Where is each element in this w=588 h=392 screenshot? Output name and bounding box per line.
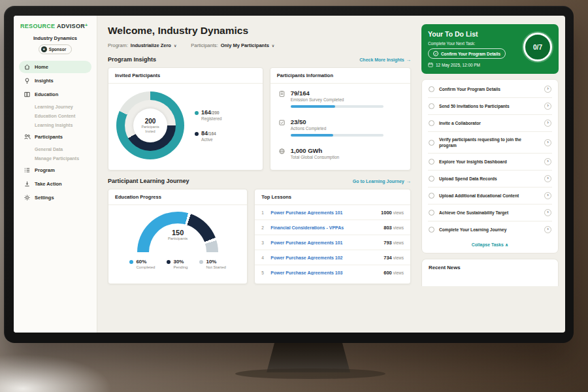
task-row[interactable]: Upload Additional Educational Content — [428, 188, 552, 204]
sidebar-item-take-action[interactable]: Take Action — [19, 178, 91, 190]
legend-label: Active — [195, 137, 221, 142]
list-icon — [24, 167, 31, 174]
sidebar-item-label: Home — [35, 64, 48, 70]
task-label: Upload Spend Data Records — [439, 176, 540, 182]
task-checkbox[interactable] — [429, 176, 434, 182]
task-label: Explore Your Insights Dashboard — [439, 159, 540, 165]
education-card-body: 150 Participants 60% Completed — [108, 205, 247, 274]
legend-completed: 60% Completed — [129, 259, 155, 269]
task-row[interactable]: Verify participants requesting to join t… — [428, 132, 552, 154]
sidebar-item-education-content[interactable]: Education Content — [19, 111, 91, 120]
task-row[interactable]: Upload Spend Data Records — [428, 171, 552, 188]
lesson-views-suffix: views — [393, 270, 404, 275]
chevron-right-icon[interactable] — [544, 175, 551, 182]
home-icon — [24, 63, 31, 71]
task-row[interactable]: Confirm Your Program Details — [428, 81, 552, 98]
sidebar-item-general-data[interactable]: General Data — [19, 144, 91, 154]
lesson-views-value: 1000 — [381, 210, 392, 216]
lesson-views: 1000views — [381, 210, 404, 216]
sidebar-item-education[interactable]: Education — [19, 88, 91, 101]
task-checkbox[interactable] — [429, 227, 434, 233]
lesson-link[interactable]: Financial Considerations - VPPAs — [270, 225, 379, 230]
globe-icon — [278, 148, 286, 155]
program-select[interactable]: Program: Industrialize Zero — [108, 42, 176, 48]
card-title: Education Progress — [108, 189, 247, 205]
monitor-stand — [267, 341, 350, 372]
task-row[interactable]: Achieve One Sustainability Target — [428, 204, 552, 221]
lesson-row[interactable]: 5 Power Purchase Agreements 103 600views — [255, 265, 410, 280]
next-task-pill[interactable]: Confirm Your Program Details — [428, 48, 506, 59]
invited-legend: 164/200 Registered 84/164 Active — [195, 109, 221, 142]
lesson-row[interactable]: 3 Power Purchase Agreements 101 793views — [255, 235, 410, 250]
collapse-tasks-link[interactable]: Collapse Tasks — [428, 238, 552, 252]
sidebar-item-participants[interactable]: Participants — [19, 131, 91, 143]
sidebar-item-learning-insights[interactable]: Learning Insights — [19, 120, 91, 129]
invited-participants-card: Invited Participants 200 Participants In… — [108, 67, 263, 171]
task-checkbox[interactable] — [429, 120, 434, 126]
chevron-right-icon[interactable] — [544, 192, 551, 199]
chevron-right-icon[interactable] — [544, 158, 551, 165]
invited-donut-chart: 200 Participants Invited — [116, 91, 184, 159]
legend-pending: 30% Pending — [167, 259, 188, 269]
task-checkbox[interactable] — [429, 103, 434, 109]
sidebar-item-manage-participants[interactable]: Manage Participants — [19, 154, 91, 163]
chevron-right-icon[interactable] — [544, 226, 551, 233]
legend-registered: 164/200 Registered — [195, 109, 221, 121]
lesson-link[interactable]: Power Purchase Agreements 102 — [270, 255, 379, 260]
lesson-row[interactable]: 1 Power Purchase Agreements 101 1000view… — [255, 205, 410, 220]
lesson-views-suffix: views — [393, 225, 404, 230]
task-row[interactable]: Send 50 Invitations to Participants — [428, 98, 552, 115]
chevron-right-icon[interactable] — [544, 209, 551, 216]
logo-advisor: ADVISOR — [57, 23, 85, 29]
checklist-icon — [278, 119, 286, 126]
insights-cards-row: Invited Participants 200 Participants In… — [108, 67, 411, 171]
main-content: Welcome, Industry Dynamics Program: Indu… — [97, 16, 419, 333]
top-lessons-card: Top Lessons 1 Power Purchase Agreements … — [254, 189, 411, 284]
legend-value: 164 — [201, 109, 211, 116]
progress-bar-fill — [291, 134, 333, 137]
sponsor-badge[interactable]: Sponsor — [39, 44, 72, 54]
section-title: Participant Learning Journey — [108, 178, 189, 184]
chevron-down-icon — [174, 43, 176, 48]
book-icon — [24, 91, 31, 98]
go-to-learning-journey-link[interactable]: Go to Learning Journey — [353, 178, 411, 184]
medal-icon — [41, 46, 47, 52]
lesson-link[interactable]: Power Purchase Agreements 103 — [270, 270, 379, 275]
card-title: Participants Information — [270, 68, 410, 84]
chevron-right-icon[interactable] — [544, 86, 551, 93]
task-row[interactable]: Complete Your Learning Journey — [428, 221, 552, 238]
sidebar-item-settings[interactable]: Settings — [19, 191, 91, 204]
lesson-views: 600views — [384, 270, 404, 276]
task-checkbox[interactable] — [429, 193, 434, 199]
participants-select[interactable]: Participants: Only My Participants — [191, 42, 274, 48]
todo-progress-ring: 0/7 — [523, 33, 552, 61]
check-more-insights-link[interactable]: Check More Insights — [359, 57, 411, 63]
sidebar-item-home[interactable]: Home — [19, 61, 91, 73]
stat-row-emission-survey: 79/164 Emission Survey Completed — [270, 84, 410, 112]
sidebar-subitem-label: Manage Participants — [35, 156, 79, 161]
chevron-right-icon[interactable] — [544, 139, 551, 146]
stat-row-consumption: 1,000 GWh Total Global Consumption — [270, 141, 410, 164]
chevron-right-icon[interactable] — [544, 103, 551, 110]
legend-dot-teal — [195, 111, 199, 115]
task-row[interactable]: Explore Your Insights Dashboard — [428, 154, 552, 171]
chevron-right-icon[interactable] — [544, 120, 551, 127]
calendar-icon — [428, 62, 433, 67]
legend-label: Pending — [167, 265, 188, 269]
lesson-row[interactable]: 2 Financial Considerations - VPPAs 803vi… — [255, 220, 410, 235]
lesson-row[interactable]: 4 Power Purchase Agreements 102 734views — [255, 250, 410, 265]
task-checkbox[interactable] — [429, 140, 434, 146]
sidebar-item-learning-journey[interactable]: Learning Journey — [19, 102, 91, 111]
legend-label: Not Started — [199, 265, 225, 269]
legend-value: 84 — [201, 130, 208, 137]
task-checkbox[interactable] — [429, 210, 434, 216]
todo-summary-card: Your To Do List Complete Your Next Task:… — [421, 24, 559, 74]
task-checkbox[interactable] — [429, 159, 434, 165]
task-row[interactable]: Invite a Collaborator — [428, 115, 552, 132]
task-checkbox[interactable] — [429, 86, 434, 92]
sidebar-item-program[interactable]: Program — [19, 164, 91, 176]
sidebar-item-insights[interactable]: Insights — [19, 74, 91, 87]
lesson-link[interactable]: Power Purchase Agreements 101 — [270, 240, 379, 245]
learning-cards-row: Education Progress 150 Participants — [108, 189, 411, 284]
lesson-link[interactable]: Power Purchase Agreements 101 — [270, 210, 376, 215]
